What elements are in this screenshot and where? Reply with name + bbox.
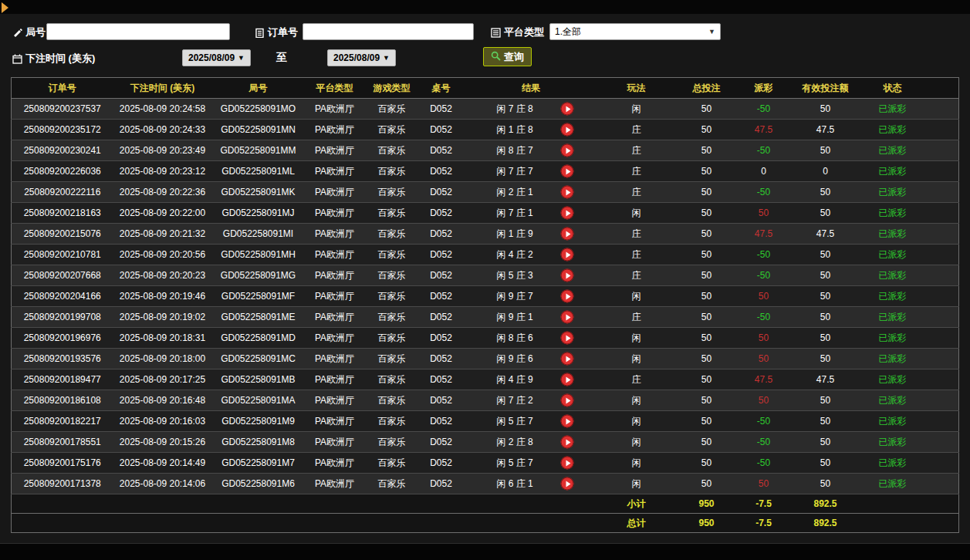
status-cell: 已派彩	[863, 474, 923, 494]
platform-type-cell: PA欧洲厅	[305, 120, 365, 140]
play-video-button[interactable]	[561, 290, 574, 303]
order-no-input[interactable]	[302, 23, 474, 40]
result-cell: 闲 5 庄 7	[464, 453, 599, 474]
platform-type-cell: PA欧洲厅	[305, 307, 365, 328]
bet-time-cell: 2025-08-09 20:19:02	[113, 307, 212, 328]
status-cell: 已派彩	[863, 224, 923, 245]
filler-cell	[923, 161, 959, 182]
round-no-label: 局号	[12, 25, 46, 39]
play-icon	[566, 439, 570, 445]
table-row: 2508092001894772025-08-09 20:17:25GD0522…	[12, 369, 959, 390]
play-type-cell: 闲	[599, 328, 674, 349]
payout-cell: 50	[739, 474, 789, 494]
play-video-button[interactable]	[561, 436, 574, 449]
play-type-cell: 闲	[599, 286, 674, 307]
bet-time-cell: 2025-08-09 20:18:31	[113, 328, 212, 349]
filler-cell	[923, 474, 959, 494]
header-status: 状态	[863, 78, 923, 99]
filler-cell	[923, 453, 959, 474]
status-cell: 已派彩	[863, 286, 923, 307]
payout-cell: -50	[739, 99, 789, 120]
payout-cell: -50	[739, 140, 789, 161]
play-video-button[interactable]	[561, 165, 574, 178]
platform-type-label: 平台类型	[491, 25, 544, 39]
payout-cell: 50	[739, 349, 789, 369]
result-text: 闲 1 庄 8	[496, 123, 532, 137]
play-video-button[interactable]	[561, 394, 574, 407]
play-video-button[interactable]	[561, 373, 574, 386]
table-no-cell: D052	[419, 265, 464, 286]
header-total-bet: 总投注	[674, 78, 739, 99]
play-video-button[interactable]	[561, 248, 574, 261]
result-cell: 闲 9 庄 6	[464, 349, 599, 369]
status-cell: 已派彩	[863, 411, 923, 432]
date-to-picker[interactable]: 2025/08/09 ▼	[327, 49, 396, 66]
status-cell: 已派彩	[863, 369, 923, 390]
play-video-button[interactable]	[561, 207, 574, 220]
result-cell: 闲 6 庄 1	[464, 474, 599, 494]
date-from-picker[interactable]: 2025/08/09 ▼	[182, 49, 251, 66]
order-no-cell: 250809200178551	[12, 432, 113, 453]
order-no-cell: 250809200207668	[12, 265, 113, 286]
bet-time-cell: 2025-08-09 20:19:46	[113, 286, 212, 307]
platform-type-select[interactable]: 1.全部 ▼	[549, 23, 721, 40]
platform-type-cell: PA欧洲厅	[305, 140, 365, 161]
play-video-button[interactable]	[561, 144, 574, 157]
play-video-button[interactable]	[561, 186, 574, 199]
game-type-cell: 百家乐	[365, 328, 419, 349]
table-no-cell: D052	[419, 307, 464, 328]
play-icon	[566, 335, 570, 341]
play-video-button[interactable]	[561, 228, 574, 241]
order-no-cell: 250809200175176	[12, 453, 113, 474]
header-order-no: 订单号	[12, 78, 113, 99]
order-no-cell: 250809200222116	[12, 182, 113, 203]
valid-bet-cell: 0	[789, 161, 863, 182]
bet-time-cell: 2025-08-09 20:23:49	[113, 140, 212, 161]
valid-bet-cell: 50	[789, 349, 863, 369]
play-video-button[interactable]	[561, 311, 574, 324]
order-no-cell: 250809200235172	[12, 120, 113, 140]
status-cell: 已派彩	[863, 390, 923, 411]
header-result: 结果	[464, 78, 599, 99]
table-no-cell: D052	[419, 120, 464, 140]
play-video-button[interactable]	[561, 353, 574, 366]
game-type-cell: 百家乐	[365, 390, 419, 411]
play-video-button[interactable]	[561, 457, 574, 470]
table-row: 2508092002375372025-08-09 20:24:58GD0522…	[12, 99, 959, 120]
table-row: 2508092002107812025-08-09 20:20:56GD0522…	[12, 245, 959, 265]
sidebar-collapse-arrow[interactable]	[2, 2, 8, 13]
total-bet-cell: 50	[674, 182, 739, 203]
bet-time-cell: 2025-08-09 20:21:32	[113, 224, 212, 245]
bet-time-cell: 2025-08-09 20:15:26	[113, 432, 212, 453]
table-row: 2508092001997082025-08-09 20:19:02GD0522…	[12, 307, 959, 328]
filler-cell	[923, 390, 959, 411]
play-video-button[interactable]	[561, 477, 574, 491]
play-video-button[interactable]	[561, 103, 574, 116]
round-no-input[interactable]	[46, 23, 230, 40]
result-text: 闲 5 庄 7	[496, 415, 532, 428]
query-button[interactable]: 查询	[483, 47, 532, 66]
result-cell: 闲 9 庄 1	[464, 307, 599, 328]
play-video-button[interactable]	[561, 269, 574, 282]
top-strip	[0, 0, 970, 14]
status-cell: 已派彩	[863, 307, 923, 328]
total-bet-cell: 50	[674, 99, 739, 120]
order-no-cell: 250809200189477	[12, 369, 113, 390]
platform-type-cell: PA欧洲厅	[305, 328, 365, 349]
game-type-cell: 百家乐	[365, 411, 419, 432]
play-icon	[566, 127, 570, 133]
play-icon	[566, 106, 570, 112]
round-no-cell: GD052258091MA	[212, 390, 305, 411]
play-video-button[interactable]	[561, 332, 574, 345]
play-icon	[566, 418, 570, 424]
round-no-cell: GD052258091MI	[212, 224, 305, 245]
bet-time-cell: 2025-08-09 20:22:36	[113, 182, 212, 203]
table-no-cell: D052	[419, 411, 464, 432]
play-video-button[interactable]	[561, 123, 574, 137]
play-video-button[interactable]	[561, 415, 574, 428]
status-cell: 已派彩	[863, 99, 923, 120]
table-row: 2508092001785512025-08-09 20:15:26GD0522…	[12, 432, 959, 453]
subtotal-empty	[12, 494, 599, 514]
round-no-cell: GD052258091MD	[212, 328, 305, 349]
table-row: 2508092001751762025-08-09 20:14:49GD0522…	[12, 453, 959, 474]
